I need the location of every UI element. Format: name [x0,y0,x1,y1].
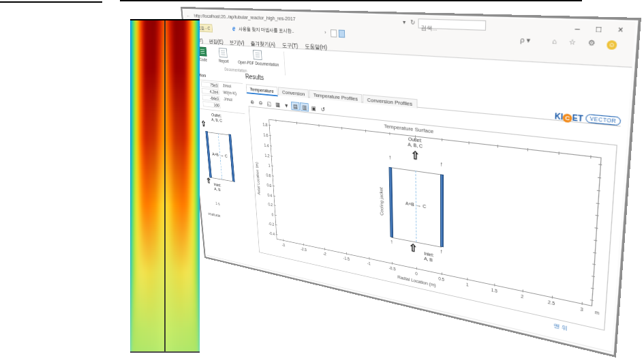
tab-active[interactable]: 사용을 찾지 마법사를 표시한.. [239,26,294,35]
x-tick-label: -3 [281,243,285,248]
mini-reaction-label: A+B → C [212,152,228,159]
y-tick-mark [596,215,599,216]
top-rule-right [120,0,582,1]
y-tick-mark [590,300,594,301]
plot-toolbar-icon-2[interactable]: ◱ [264,99,273,108]
logo-circle-icon: C [563,113,572,123]
y-tick-mark [274,205,276,206]
x-tick-label: -1.5 [343,256,350,261]
browser-window-wrapper: ← http://localhost:20../ap/tubular_react… [0,0,644,363]
tools-icon[interactable]: ⚙ [588,38,596,47]
parameter-unit: J/mol [224,97,232,102]
wall-outlet-stream-icon: ↑ [440,160,443,168]
find-icon[interactable]: ρ ▾ [520,36,530,44]
reactor-right-wall [440,175,444,248]
pdf-doc-icon [253,50,262,60]
mini-reactor-left-wall [205,131,211,178]
wall-outlet-stream-icon: ↑ [388,154,391,160]
close-button[interactable]: × [610,23,631,37]
y-tick-label: 0.4 [258,190,272,197]
y-tick-mark [276,234,278,235]
sidebar-fragment-1: 1 s [215,201,220,206]
x-axis-unit: m [595,310,600,315]
ribbon-button-label: Open PDF Documentation [236,59,279,67]
plot-toolbar-icon-0[interactable]: ⊕ [248,98,256,106]
kicet-logo: KICETVECTOR [555,108,622,128]
y-tick-mark [275,224,277,225]
report-button[interactable]: Report [213,48,234,64]
page-icon[interactable] [331,29,337,38]
reactor-left-wall [389,167,394,237]
x-tick-mark [369,257,369,260]
parameter-value[interactable]: 100 [202,101,220,108]
search-box[interactable] [418,18,487,31]
open-pdf-documentation-button[interactable]: Open PDF Documentation [236,49,280,68]
parameter-table: 75e3J/mol4.2e4W/(m·K)-84e3J/mol100 [192,79,245,115]
y-tick-label: -0.4 [260,229,275,235]
plot-toolbar-icon-4[interactable]: ▼ [282,101,291,110]
x-tick-mark [467,278,468,280]
x-tick-label: -0.5 [388,265,395,271]
parameter-unit: J/mol [222,83,231,88]
y-tick-mark [598,164,602,166]
plot-toolbar-icon-8[interactable]: ↺ [318,104,327,114]
minimize-button[interactable]: – [568,22,587,35]
plot-toolbar-icon-7[interactable]: ▣ [309,103,318,113]
x-tick-mark [275,119,276,122]
new-tab-icon[interactable] [339,30,346,38]
y-tick-mark [592,264,596,265]
results-tab-conversion-profiles[interactable]: Conversion Profiles [363,94,417,108]
y-tick-mark [271,166,273,166]
y-tick-mark [269,125,271,126]
y-tick-mark [271,156,273,156]
plot-toolbar-icon-1[interactable]: ⊖ [256,98,264,107]
address-url[interactable]: http://localhost:20../ap/tubular_reactor… [194,13,295,22]
y-tick-mark [593,252,596,253]
mini-inlet-arrow-icon: ⇧ [206,176,212,186]
x-tick-mark [296,121,297,124]
plot-toolbar-icon-3[interactable]: ▦ [273,100,282,108]
x-tick-label: 0 [415,271,417,276]
results-tab-conversion[interactable]: Conversion [278,87,309,98]
x-tick-label: 1 [466,282,469,287]
top-rule-left [0,1,102,3]
x-tick-mark [469,141,470,144]
bottom-right-link[interactable]: 맨 위 [553,322,568,332]
mini-outlet-label: Outlet:A, B, C [211,113,222,124]
home-icon[interactable]: ⌂ [552,37,557,45]
y-tick-label: 1.4 [254,141,269,147]
wall-inlet-stream-icon: ↑ [390,238,393,245]
x-tick-mark [551,295,552,298]
plot-toolbar-icon-5[interactable]: ▤ [291,102,300,111]
x-tick-mark [365,130,366,132]
y-tick-mark [592,276,595,277]
back-icon[interactable]: ← [186,12,190,18]
y-tick-mark [596,203,600,204]
x-tick-mark [523,289,523,292]
favorites-icon[interactable]: ☆ [568,38,576,46]
tab-overflow-icon[interactable]: › [324,29,326,35]
address-dropdown-icon[interactable]: ▾ [403,19,405,26]
feedback-icon[interactable]: ☺ [607,40,617,50]
ribbon-button-label: Report [213,58,234,63]
ie-favicon: e [232,25,236,33]
x-tick-label: 3 [580,306,583,312]
refresh-icon[interactable]: ↻ [410,19,415,26]
parameter-value[interactable]: 4.2e4 [202,88,219,95]
x-axis-label: Radial Location (m) [397,275,435,288]
y-tick-label: 0 [259,209,273,216]
parameter-value[interactable]: 75e3 [201,81,219,88]
parameter-unit: W/(m·K) [223,90,236,96]
plot-toolbar-icon-6[interactable]: ▥ [300,102,309,112]
x-tick-label: 0.5 [438,276,444,282]
logo-text-ki: KI [555,112,564,121]
browser-window: ← http://localhost:20../ap/tubular_react… [181,7,641,358]
x-tick-mark [324,248,325,250]
x-tick-mark [591,156,592,159]
x-tick-label: -2 [323,251,326,256]
plot-widget: Temperature Surface Axial Location (m) R… [249,106,617,330]
logo-badge-vector: VECTOR [585,114,621,126]
maximize-button[interactable]: □ [589,23,609,36]
x-tick-mark [303,243,304,246]
y-tick-mark [594,227,598,229]
